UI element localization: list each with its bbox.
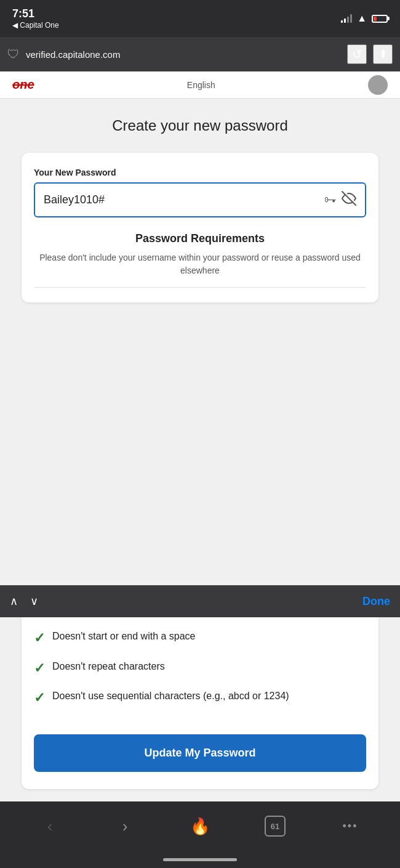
browser-bar: 🛡 verified.capitalone.com ↺ ⬆ bbox=[0, 37, 400, 71]
language-selector[interactable]: English bbox=[187, 80, 215, 90]
list-item: ✓ Doesn't repeat characters bbox=[34, 660, 366, 678]
main-content: Create your new password Your New Passwo… bbox=[0, 99, 400, 585]
toolbar-nav: ∧ ∨ bbox=[10, 594, 38, 608]
refresh-button[interactable]: ↺ bbox=[347, 44, 367, 64]
card-top: Your New Password 🗝 Password Requirement… bbox=[34, 168, 366, 288]
signal-icon bbox=[341, 14, 352, 23]
password-input[interactable] bbox=[44, 193, 319, 206]
keyboard-toolbar: ∧ ∨ Done bbox=[0, 585, 400, 617]
browser-bottom-nav: ‹ › 🔥 61 ••• bbox=[0, 801, 400, 851]
menu-button[interactable]: ••• bbox=[335, 811, 366, 842]
key-icon[interactable]: 🗝 bbox=[324, 193, 337, 207]
status-carrier: ◀ Capital One bbox=[12, 21, 59, 30]
tabs-count-badge: 61 bbox=[265, 816, 286, 837]
password-card: Your New Password 🗝 Password Requirement… bbox=[22, 153, 378, 302]
update-password-button[interactable]: Update My Password bbox=[34, 734, 366, 772]
logo-partial: one bbox=[12, 78, 34, 92]
flame-icon: 🔥 bbox=[190, 817, 210, 836]
home-indicator bbox=[0, 851, 400, 868]
home-button[interactable]: 🔥 bbox=[185, 811, 215, 842]
requirements-title: Password Requirements bbox=[34, 232, 366, 245]
divider bbox=[34, 287, 366, 288]
page-title: Create your new password bbox=[112, 117, 287, 134]
password-field-label: Your New Password bbox=[34, 168, 366, 177]
avatar[interactable] bbox=[368, 75, 388, 95]
back-icon: ‹ bbox=[47, 817, 53, 836]
shield-icon: 🛡 bbox=[7, 47, 20, 62]
requirements-subtitle: Please don't include your username withi… bbox=[34, 251, 366, 277]
checklist-card: ✓ Doesn't start or end with a space ✓ Do… bbox=[22, 617, 378, 789]
status-icons: ▲ bbox=[341, 13, 388, 24]
requirement-text-3: Doesn't use sequential characters (e.g.,… bbox=[52, 689, 289, 703]
status-time: 7:51 bbox=[12, 7, 59, 21]
status-bar: 7:51 ◀ Capital One ▲ bbox=[0, 0, 400, 37]
requirement-text-2: Doesn't repeat characters bbox=[52, 660, 165, 673]
back-button[interactable]: ‹ bbox=[34, 811, 65, 842]
keyboard-done-button[interactable]: Done bbox=[362, 595, 390, 608]
checklist: ✓ Doesn't start or end with a space ✓ Do… bbox=[34, 617, 366, 732]
next-field-button[interactable]: ∨ bbox=[30, 594, 38, 608]
forward-button[interactable]: › bbox=[110, 811, 140, 842]
forward-icon: › bbox=[122, 817, 128, 836]
eye-off-icon[interactable] bbox=[342, 191, 356, 209]
url-display[interactable]: verified.capitalone.com bbox=[26, 49, 341, 60]
wifi-icon: ▲ bbox=[357, 13, 367, 24]
share-button[interactable]: ⬆ bbox=[373, 44, 393, 64]
requirement-text-1: Doesn't start or end with a space bbox=[52, 630, 196, 643]
more-icon: ••• bbox=[343, 820, 358, 833]
prev-field-button[interactable]: ∧ bbox=[10, 594, 18, 608]
check-icon-2: ✓ bbox=[34, 660, 45, 678]
check-icon-3: ✓ bbox=[34, 689, 45, 707]
battery-icon bbox=[372, 15, 388, 23]
list-item: ✓ Doesn't use sequential characters (e.g… bbox=[34, 689, 366, 707]
check-icon-1: ✓ bbox=[34, 630, 45, 647]
list-item: ✓ Doesn't start or end with a space bbox=[34, 630, 366, 647]
tabs-button[interactable]: 61 bbox=[260, 811, 290, 842]
password-input-wrap[interactable]: 🗝 bbox=[34, 182, 366, 217]
home-bar bbox=[163, 858, 237, 861]
webpage-header: one English bbox=[0, 71, 400, 99]
status-left: 7:51 ◀ Capital One bbox=[12, 7, 59, 30]
card-bottom-area: ✓ Doesn't start or end with a space ✓ Do… bbox=[0, 617, 400, 801]
